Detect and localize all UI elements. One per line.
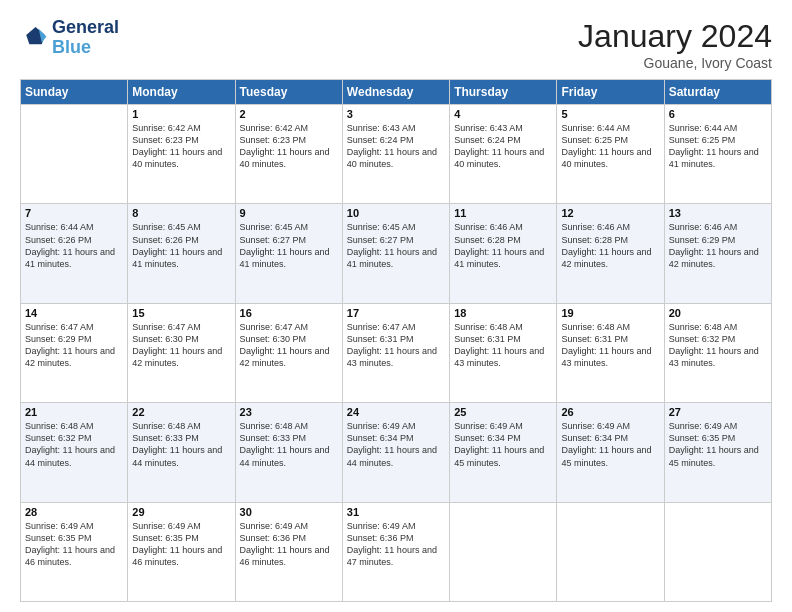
daylight-text: Daylight: 11 hours and 45 minutes. bbox=[561, 444, 659, 468]
sunset-text: Sunset: 6:23 PM bbox=[240, 134, 338, 146]
day-number: 1 bbox=[132, 108, 230, 120]
sunset-text: Sunset: 6:30 PM bbox=[132, 333, 230, 345]
col-friday: Friday bbox=[557, 80, 664, 105]
daylight-text: Daylight: 11 hours and 41 minutes. bbox=[669, 146, 767, 170]
sunset-text: Sunset: 6:28 PM bbox=[454, 234, 552, 246]
col-tuesday: Tuesday bbox=[235, 80, 342, 105]
table-row: 12 Sunrise: 6:46 AM Sunset: 6:28 PM Dayl… bbox=[557, 204, 664, 303]
sunset-text: Sunset: 6:29 PM bbox=[25, 333, 123, 345]
day-number: 5 bbox=[561, 108, 659, 120]
cell-info: Sunrise: 6:46 AM Sunset: 6:28 PM Dayligh… bbox=[561, 221, 659, 270]
table-row: 25 Sunrise: 6:49 AM Sunset: 6:34 PM Dayl… bbox=[450, 403, 557, 502]
cell-info: Sunrise: 6:49 AM Sunset: 6:36 PM Dayligh… bbox=[240, 520, 338, 569]
day-number: 28 bbox=[25, 506, 123, 518]
sunrise-text: Sunrise: 6:48 AM bbox=[132, 420, 230, 432]
daylight-text: Daylight: 11 hours and 45 minutes. bbox=[669, 444, 767, 468]
calendar-week-4: 21 Sunrise: 6:48 AM Sunset: 6:32 PM Dayl… bbox=[21, 403, 772, 502]
table-row: 23 Sunrise: 6:48 AM Sunset: 6:33 PM Dayl… bbox=[235, 403, 342, 502]
daylight-text: Daylight: 11 hours and 42 minutes. bbox=[25, 345, 123, 369]
cell-info: Sunrise: 6:42 AM Sunset: 6:23 PM Dayligh… bbox=[240, 122, 338, 171]
day-number: 18 bbox=[454, 307, 552, 319]
cell-info: Sunrise: 6:49 AM Sunset: 6:36 PM Dayligh… bbox=[347, 520, 445, 569]
table-row bbox=[557, 502, 664, 601]
cell-info: Sunrise: 6:44 AM Sunset: 6:26 PM Dayligh… bbox=[25, 221, 123, 270]
cell-info: Sunrise: 6:48 AM Sunset: 6:33 PM Dayligh… bbox=[240, 420, 338, 469]
table-row: 28 Sunrise: 6:49 AM Sunset: 6:35 PM Dayl… bbox=[21, 502, 128, 601]
calendar-table: Sunday Monday Tuesday Wednesday Thursday… bbox=[20, 79, 772, 602]
sunrise-text: Sunrise: 6:47 AM bbox=[240, 321, 338, 333]
col-wednesday: Wednesday bbox=[342, 80, 449, 105]
cell-info: Sunrise: 6:48 AM Sunset: 6:31 PM Dayligh… bbox=[454, 321, 552, 370]
day-number: 16 bbox=[240, 307, 338, 319]
sunrise-text: Sunrise: 6:48 AM bbox=[454, 321, 552, 333]
sunset-text: Sunset: 6:33 PM bbox=[240, 432, 338, 444]
sunrise-text: Sunrise: 6:49 AM bbox=[561, 420, 659, 432]
table-row: 5 Sunrise: 6:44 AM Sunset: 6:25 PM Dayli… bbox=[557, 105, 664, 204]
sunset-text: Sunset: 6:26 PM bbox=[132, 234, 230, 246]
col-monday: Monday bbox=[128, 80, 235, 105]
daylight-text: Daylight: 11 hours and 41 minutes. bbox=[454, 246, 552, 270]
cell-info: Sunrise: 6:49 AM Sunset: 6:35 PM Dayligh… bbox=[25, 520, 123, 569]
sunset-text: Sunset: 6:27 PM bbox=[347, 234, 445, 246]
sunrise-text: Sunrise: 6:46 AM bbox=[454, 221, 552, 233]
day-number: 13 bbox=[669, 207, 767, 219]
daylight-text: Daylight: 11 hours and 43 minutes. bbox=[561, 345, 659, 369]
calendar-week-5: 28 Sunrise: 6:49 AM Sunset: 6:35 PM Dayl… bbox=[21, 502, 772, 601]
table-row: 24 Sunrise: 6:49 AM Sunset: 6:34 PM Dayl… bbox=[342, 403, 449, 502]
cell-info: Sunrise: 6:42 AM Sunset: 6:23 PM Dayligh… bbox=[132, 122, 230, 171]
day-number: 25 bbox=[454, 406, 552, 418]
sunrise-text: Sunrise: 6:49 AM bbox=[240, 520, 338, 532]
day-number: 23 bbox=[240, 406, 338, 418]
table-row: 22 Sunrise: 6:48 AM Sunset: 6:33 PM Dayl… bbox=[128, 403, 235, 502]
table-row: 17 Sunrise: 6:47 AM Sunset: 6:31 PM Dayl… bbox=[342, 303, 449, 402]
sunset-text: Sunset: 6:34 PM bbox=[561, 432, 659, 444]
sunrise-text: Sunrise: 6:47 AM bbox=[347, 321, 445, 333]
day-number: 26 bbox=[561, 406, 659, 418]
col-saturday: Saturday bbox=[664, 80, 771, 105]
day-number: 15 bbox=[132, 307, 230, 319]
table-row: 29 Sunrise: 6:49 AM Sunset: 6:35 PM Dayl… bbox=[128, 502, 235, 601]
sunset-text: Sunset: 6:32 PM bbox=[669, 333, 767, 345]
table-row: 21 Sunrise: 6:48 AM Sunset: 6:32 PM Dayl… bbox=[21, 403, 128, 502]
sunset-text: Sunset: 6:35 PM bbox=[132, 532, 230, 544]
day-number: 30 bbox=[240, 506, 338, 518]
cell-info: Sunrise: 6:48 AM Sunset: 6:33 PM Dayligh… bbox=[132, 420, 230, 469]
sunset-text: Sunset: 6:30 PM bbox=[240, 333, 338, 345]
sunrise-text: Sunrise: 6:43 AM bbox=[454, 122, 552, 134]
table-row: 2 Sunrise: 6:42 AM Sunset: 6:23 PM Dayli… bbox=[235, 105, 342, 204]
daylight-text: Daylight: 11 hours and 44 minutes. bbox=[25, 444, 123, 468]
col-thursday: Thursday bbox=[450, 80, 557, 105]
table-row: 10 Sunrise: 6:45 AM Sunset: 6:27 PM Dayl… bbox=[342, 204, 449, 303]
table-row: 15 Sunrise: 6:47 AM Sunset: 6:30 PM Dayl… bbox=[128, 303, 235, 402]
sunrise-text: Sunrise: 6:49 AM bbox=[669, 420, 767, 432]
day-number: 14 bbox=[25, 307, 123, 319]
table-row: 31 Sunrise: 6:49 AM Sunset: 6:36 PM Dayl… bbox=[342, 502, 449, 601]
sunset-text: Sunset: 6:35 PM bbox=[669, 432, 767, 444]
cell-info: Sunrise: 6:48 AM Sunset: 6:32 PM Dayligh… bbox=[669, 321, 767, 370]
cell-info: Sunrise: 6:45 AM Sunset: 6:27 PM Dayligh… bbox=[347, 221, 445, 270]
sunrise-text: Sunrise: 6:49 AM bbox=[347, 420, 445, 432]
daylight-text: Daylight: 11 hours and 47 minutes. bbox=[347, 544, 445, 568]
logo: General Blue bbox=[20, 18, 119, 58]
calendar-week-1: 1 Sunrise: 6:42 AM Sunset: 6:23 PM Dayli… bbox=[21, 105, 772, 204]
sunrise-text: Sunrise: 6:49 AM bbox=[25, 520, 123, 532]
sunrise-text: Sunrise: 6:48 AM bbox=[561, 321, 659, 333]
daylight-text: Daylight: 11 hours and 41 minutes. bbox=[240, 246, 338, 270]
sunrise-text: Sunrise: 6:42 AM bbox=[132, 122, 230, 134]
cell-info: Sunrise: 6:47 AM Sunset: 6:30 PM Dayligh… bbox=[240, 321, 338, 370]
table-row: 16 Sunrise: 6:47 AM Sunset: 6:30 PM Dayl… bbox=[235, 303, 342, 402]
sunset-text: Sunset: 6:36 PM bbox=[347, 532, 445, 544]
table-row bbox=[21, 105, 128, 204]
daylight-text: Daylight: 11 hours and 46 minutes. bbox=[240, 544, 338, 568]
month-title: January 2024 bbox=[578, 18, 772, 55]
sunset-text: Sunset: 6:28 PM bbox=[561, 234, 659, 246]
day-number: 20 bbox=[669, 307, 767, 319]
daylight-text: Daylight: 11 hours and 40 minutes. bbox=[240, 146, 338, 170]
daylight-text: Daylight: 11 hours and 41 minutes. bbox=[132, 246, 230, 270]
table-row: 19 Sunrise: 6:48 AM Sunset: 6:31 PM Dayl… bbox=[557, 303, 664, 402]
sunset-text: Sunset: 6:31 PM bbox=[561, 333, 659, 345]
day-number: 8 bbox=[132, 207, 230, 219]
calendar-header-row: Sunday Monday Tuesday Wednesday Thursday… bbox=[21, 80, 772, 105]
table-row: 4 Sunrise: 6:43 AM Sunset: 6:24 PM Dayli… bbox=[450, 105, 557, 204]
sunset-text: Sunset: 6:25 PM bbox=[669, 134, 767, 146]
